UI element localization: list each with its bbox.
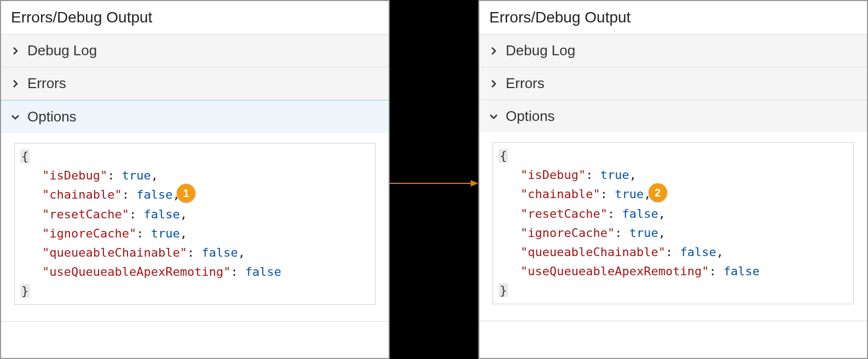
chevron-right-icon — [11, 47, 20, 55]
accordion-header-options[interactable]: Options — [1, 100, 389, 134]
accordion-label: Errors — [27, 75, 66, 92]
options-json-editor[interactable]: {"isDebug": true,"chainable": true,2"res… — [493, 142, 854, 304]
accordion-item-errors: Errors — [479, 67, 867, 100]
accordion-item-options: Options {"isDebug": true,"chainable": tr… — [479, 100, 867, 321]
panel-title: Errors/Debug Output — [1, 1, 389, 34]
accordion-item-debug-log: Debug Log — [479, 34, 867, 67]
callout-badge: 2 — [649, 183, 667, 202]
callout-badge: 1 — [177, 184, 195, 202]
chevron-down-icon — [11, 113, 20, 121]
accordion-item-errors: Errors — [1, 67, 389, 100]
accordion-item-options: Options {"isDebug": true,"chainable": fa… — [1, 100, 389, 322]
accordion-item-debug-log: Debug Log — [1, 34, 389, 67]
debug-panel-before: Errors/Debug Output Debug Log Errors Opt… — [0, 0, 390, 359]
chevron-right-icon — [489, 79, 498, 88]
accordion-label: Debug Log — [506, 42, 575, 59]
accordion-header-errors[interactable]: Errors — [479, 67, 867, 100]
options-json-editor[interactable]: {"isDebug": true,"chainable": false,1"re… — [14, 143, 375, 305]
accordion-body-options: {"isDebug": true,"chainable": false,1"re… — [1, 133, 389, 321]
accordion-label: Debug Log — [27, 42, 97, 59]
chevron-down-icon — [489, 112, 498, 121]
accordion-header-errors[interactable]: Errors — [1, 67, 389, 100]
chevron-right-icon — [489, 47, 498, 55]
accordion-header-debug-log[interactable]: Debug Log — [1, 34, 389, 67]
accordion-header-debug-log[interactable]: Debug Log — [479, 34, 867, 67]
accordion-label: Options — [506, 108, 555, 125]
accordion-header-options[interactable]: Options — [479, 100, 867, 132]
accordion-label: Options — [27, 108, 77, 125]
chevron-right-icon — [11, 79, 20, 88]
accordion-label: Errors — [506, 75, 545, 92]
panel-title: Errors/Debug Output — [479, 1, 867, 34]
transition-arrow-icon — [390, 178, 478, 189]
svg-marker-1 — [471, 180, 478, 187]
accordion-body-options: {"isDebug": true,"chainable": true,2"res… — [479, 132, 867, 321]
debug-panel-after: Errors/Debug Output Debug Log Errors Opt… — [478, 0, 868, 359]
